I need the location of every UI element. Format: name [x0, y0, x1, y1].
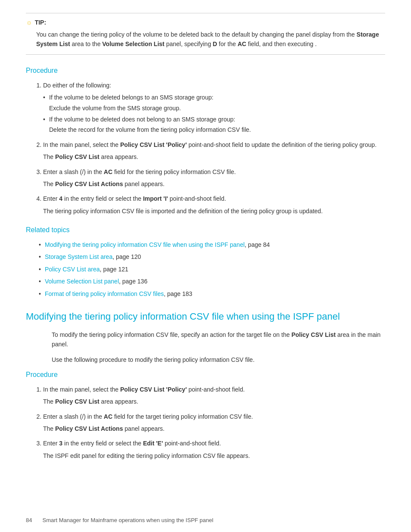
- page: ☼ TIP: You can change the tiering policy…: [0, 0, 411, 532]
- related-topic-1-link[interactable]: Modifying the tiering policy information…: [45, 241, 245, 248]
- procedure-1-step-4: Enter 4 in the entry field or select the…: [43, 194, 385, 216]
- p2-step-3-text: Enter 3 in the entry field or select the…: [43, 440, 221, 447]
- procedure-2-step-3: Enter 3 in the entry field or select the…: [43, 439, 385, 460]
- p2-step-1-policy-csv-list: Policy CSV List 'Policy': [120, 386, 187, 393]
- tip-text-before: You can change the tiering policy of the…: [36, 31, 355, 38]
- footer-text: Smart Manager for Mainframe operations w…: [42, 517, 213, 523]
- tip-label: TIP:: [35, 19, 46, 26]
- related-topic-4-suffix: , page 136: [119, 278, 147, 285]
- related-topic-3-suffix: , page 121: [100, 266, 128, 273]
- step-1-bullet-2-sub: Delete the record for the volume from th…: [49, 125, 385, 134]
- related-topic-2-suffix: , page 120: [112, 253, 141, 260]
- p2-step-3-edit-bold: Edit 'E': [143, 440, 163, 447]
- p2-step-2-text: Enter a slash (/) in the AC field for th…: [43, 413, 253, 420]
- tip-d-bold: D: [213, 40, 217, 47]
- tip-area-to: area to the: [72, 40, 100, 47]
- related-topic-5-suffix: , page 183: [164, 290, 192, 297]
- step-4-import-bold: Import 'I': [143, 195, 168, 202]
- p2-step-3-num-bold: 3: [59, 440, 62, 447]
- tip-ac-bold: AC: [237, 40, 246, 47]
- p2-step-3-note: The ISPF edit panel for editing the tier…: [43, 451, 385, 460]
- tip-period: .: [315, 40, 317, 47]
- big-section-intro1: To modify the tiering policy information…: [52, 330, 385, 349]
- p2-step-1-note: The Policy CSV List area appears.: [43, 397, 385, 406]
- procedure-1-step-2: In the main panel, select the Policy CSV…: [43, 140, 385, 162]
- step-1-bullet-2: If the volume to be deleted does not bel…: [43, 115, 385, 135]
- related-topics-list: Modifying the tiering policy information…: [39, 240, 385, 299]
- tip-icon: ☼: [26, 19, 32, 26]
- step-1-text: Do either of the following:: [43, 82, 111, 89]
- tip-box: ☼ TIP: You can change the tiering policy…: [26, 13, 385, 55]
- procedure-1-heading: Procedure: [26, 67, 385, 75]
- step-3-note-bold: Policy CSV List Actions: [55, 180, 123, 187]
- step-1-bullet-1: If the volume to be deleted belongs to a…: [43, 93, 385, 113]
- big-section-intro2: Use the following procedure to modify th…: [52, 355, 385, 364]
- step-1-bullets: If the volume to be deleted belongs to a…: [43, 93, 385, 135]
- footer-page-number: 84: [26, 517, 32, 523]
- related-topics-heading: Related topics: [26, 226, 385, 234]
- procedure-2-list: In the main panel, select the Policy CSV…: [43, 385, 385, 460]
- procedure-2-step-1: In the main panel, select the Policy CSV…: [43, 385, 385, 407]
- p2-step-1-note-bold: Policy CSV List: [55, 398, 100, 405]
- step-4-note: The tiering policy information CSV file …: [43, 206, 385, 216]
- related-topic-4-link[interactable]: Volume Selection List panel: [45, 278, 119, 285]
- step-3-note: The Policy CSV List Actions panel appear…: [43, 179, 385, 189]
- p2-step-2-note: The Policy CSV List Actions panel appear…: [43, 424, 385, 433]
- related-topic-3-link[interactable]: Policy CSV List area: [45, 266, 100, 273]
- related-topic-5: Format of tiering policy information CSV…: [39, 289, 385, 299]
- tip-volume-selection-list: Volume Selection List: [102, 40, 164, 47]
- footer: 84 Smart Manager for Mainframe operation…: [26, 517, 385, 523]
- procedure-2-heading: Procedure: [26, 371, 385, 379]
- step-2-text: In the main panel, select the Policy CSV…: [43, 141, 377, 148]
- related-topic-3: Policy CSV List area, page 121: [39, 264, 385, 274]
- procedure-2-step-2: Enter a slash (/) in the AC field for th…: [43, 412, 385, 434]
- tip-header: ☼ TIP:: [26, 19, 385, 26]
- related-topic-1: Modifying the tiering policy information…: [39, 240, 385, 249]
- related-topic-2-link[interactable]: Storage System List area: [45, 253, 112, 260]
- step-2-policy-csv-list: Policy CSV List 'Policy': [120, 141, 187, 148]
- big-section-heading: Modifying the tiering policy information…: [26, 311, 385, 323]
- step-4-num-bold: 4: [59, 195, 62, 202]
- procedure-1-step-1: Do either of the following: If the volum…: [43, 81, 385, 135]
- procedure-1-list: Do either of the following: If the volum…: [43, 81, 385, 216]
- big-section-policy-csv-list: Policy CSV List: [291, 331, 336, 338]
- step-2-note-bold: Policy CSV List: [55, 153, 100, 160]
- tip-for-the: for the: [219, 40, 236, 47]
- step-1-bullet-1-sub: Exclude the volume from the SMS storage …: [49, 103, 385, 113]
- step-3-ac-bold: AC: [104, 168, 112, 175]
- step-3-text: Enter a slash (/) in the AC field for th…: [43, 168, 236, 175]
- procedure-section-1: Procedure Do either of the following: If…: [26, 67, 385, 216]
- tip-panel-specifying: panel, specifying: [166, 40, 211, 47]
- step-2-note: The Policy CSV List area appears.: [43, 152, 385, 162]
- related-topic-1-suffix: , page 84: [245, 241, 270, 248]
- procedure-section-2: Procedure In the main panel, select the …: [26, 371, 385, 460]
- p2-step-2-ac-bold: AC: [104, 413, 112, 420]
- step-4-text: Enter 4 in the entry field or select the…: [43, 195, 226, 202]
- p2-step-2-note-bold: Policy CSV List Actions: [55, 425, 123, 432]
- tip-field-then: field, and then executing: [248, 40, 314, 47]
- related-topics-section: Related topics Modifying the tiering pol…: [26, 226, 385, 299]
- related-topic-2: Storage System List area, page 120: [39, 252, 385, 261]
- related-topic-5-link[interactable]: Format of tiering policy information CSV…: [45, 290, 164, 297]
- tip-content: You can change the tiering policy of the…: [36, 30, 385, 49]
- related-topic-4: Volume Selection List panel, page 136: [39, 277, 385, 286]
- p2-step-1-text: In the main panel, select the Policy CSV…: [43, 386, 245, 393]
- procedure-1-step-3: Enter a slash (/) in the AC field for th…: [43, 167, 385, 189]
